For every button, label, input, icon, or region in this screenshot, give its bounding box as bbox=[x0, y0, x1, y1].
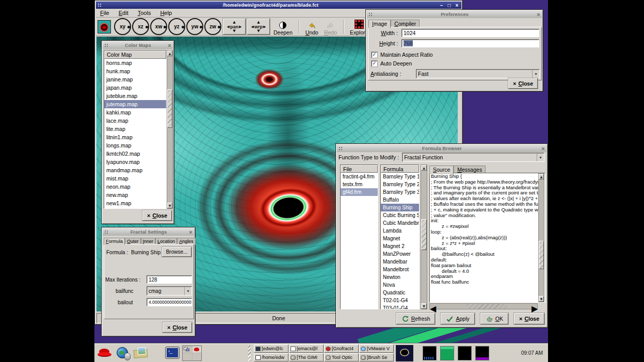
color-map-item[interactable]: lace.map bbox=[104, 117, 166, 125]
refresh-button[interactable]: Refresh bbox=[396, 313, 436, 324]
memory-monitor-applet[interactable] bbox=[440, 346, 454, 360]
scroll-down-icon[interactable]: ▼ bbox=[167, 203, 172, 208]
scrollbar-thumb[interactable] bbox=[539, 241, 544, 269]
fractal-preview-applet[interactable] bbox=[396, 345, 413, 361]
maintain-aspect-checkbox[interactable]: ✓ Maintain Aspect Ratio bbox=[372, 52, 433, 58]
color-map-item[interactable]: horns.map bbox=[104, 59, 166, 67]
color-map-item[interactable]: mist.map bbox=[104, 174, 166, 183]
color-map-item[interactable]: juteblue.map bbox=[104, 92, 166, 100]
browse-button[interactable]: Browse... bbox=[162, 247, 191, 257]
redo-button[interactable]: Redo bbox=[322, 18, 339, 36]
spin-down-icon[interactable]: ▼ bbox=[257, 29, 260, 33]
color-map-item[interactable]: hunk.map bbox=[104, 67, 166, 75]
close-icon[interactable]: × bbox=[187, 229, 194, 235]
formula-list-scrollbar[interactable]: ▲ ▼ bbox=[421, 164, 427, 309]
close-icon[interactable]: × bbox=[454, 3, 460, 8]
formula-item[interactable]: Burning Ship bbox=[381, 204, 419, 211]
tab-image[interactable]: Image bbox=[368, 20, 391, 28]
scroll-up-icon[interactable]: ▲ bbox=[539, 174, 544, 179]
workspace-4[interactable] bbox=[192, 353, 202, 360]
close-button[interactable]: × Close bbox=[514, 313, 544, 324]
color-map-item[interactable]: mandmap.map bbox=[104, 166, 166, 174]
menu-item[interactable]: Tools bbox=[138, 10, 151, 16]
workspace-3[interactable] bbox=[183, 353, 192, 360]
color-map-item[interactable]: jutemap.map bbox=[104, 100, 166, 108]
rotate-axis-button[interactable]: yz bbox=[168, 18, 185, 35]
formula-item[interactable]: Mandelbrot bbox=[381, 266, 419, 273]
scroll-left-icon[interactable]: ◀ bbox=[430, 304, 436, 309]
cpu-monitor-applet[interactable] bbox=[458, 346, 472, 360]
task-button-vmware[interactable]: [VMware V bbox=[359, 344, 394, 353]
scroll-down-icon[interactable]: ▼ bbox=[421, 303, 427, 309]
rotate-axis-button[interactable]: xz bbox=[132, 18, 149, 35]
color-map-column-header[interactable]: Color Map bbox=[104, 51, 166, 59]
close-button[interactable]: × Close bbox=[163, 322, 192, 333]
panel-drag-handle[interactable] bbox=[248, 345, 251, 361]
spin-right-icon[interactable]: ▶ bbox=[263, 24, 266, 29]
color-map-item[interactable]: lite.map bbox=[104, 125, 166, 133]
bailfunc-dropdown[interactable]: cmag ▾ bbox=[147, 286, 192, 295]
pan-spinner[interactable]: ▲ ◀pan▶ ▼ bbox=[223, 19, 246, 35]
formula-browser-titlebar[interactable]: Formula Browser × bbox=[337, 145, 546, 152]
workspace-switcher[interactable] bbox=[182, 345, 202, 361]
file-item[interactable]: fractint-g4.frm bbox=[341, 173, 378, 180]
file-item[interactable]: testx.frm bbox=[341, 180, 378, 188]
task-button-terminal[interactable]: [edwin@lc bbox=[254, 344, 288, 353]
network-monitor-applet[interactable] bbox=[423, 346, 437, 360]
formula-item[interactable]: Barnsley Type 3 bbox=[381, 188, 419, 196]
formula-column-header[interactable]: Formula bbox=[381, 165, 419, 173]
formula-item[interactable]: Quadratic bbox=[381, 289, 419, 297]
color-map-item[interactable]: kahki.map bbox=[104, 108, 166, 117]
close-icon[interactable]: × bbox=[166, 42, 173, 48]
task-button-emacs[interactable]: [emacs@l bbox=[289, 344, 324, 353]
menu-item[interactable]: File bbox=[100, 10, 109, 16]
browser-launcher[interactable] bbox=[115, 345, 131, 361]
task-button-gimp[interactable]: [The GIMI bbox=[289, 353, 324, 361]
color-map-item[interactable]: neon.map bbox=[104, 183, 166, 191]
tab-source[interactable]: Source bbox=[429, 166, 454, 174]
close-icon[interactable]: × bbox=[535, 11, 542, 18]
source-vertical-scrollbar[interactable]: ▲ ▼ bbox=[538, 173, 544, 302]
warp-spinner[interactable]: ▲ ◀wrp▶ ▼ bbox=[247, 19, 270, 35]
deepen-button[interactable]: Deepen bbox=[271, 18, 295, 36]
scrollbar-thumb[interactable] bbox=[167, 89, 172, 128]
scrollbar-thumb[interactable] bbox=[466, 304, 507, 309]
scroll-right-icon[interactable]: ▶ bbox=[532, 304, 537, 309]
workspace-1[interactable] bbox=[183, 346, 192, 353]
formula-item[interactable]: Nova bbox=[381, 281, 419, 289]
source-code-view[interactable]: Burning Ship {; From the web page http:/… bbox=[429, 173, 545, 303]
formula-item[interactable]: Cubic Mandelbrot bbox=[381, 219, 419, 227]
window-menu-grip-icon[interactable] bbox=[368, 12, 373, 17]
formula-item[interactable]: Magnet bbox=[381, 235, 419, 242]
color-map-item[interactable]: new2.map bbox=[104, 207, 166, 209]
bailout-input[interactable]: 4.0000000000000000 bbox=[147, 298, 192, 306]
formula-item[interactable]: Cubic Burning Ship bbox=[381, 211, 419, 219]
main-titlebar[interactable]: /home/edwin/gnofract4d/params/blade.fct … bbox=[96, 2, 461, 9]
task-button-tool-options[interactable]: Tool Optic bbox=[324, 353, 359, 361]
undo-button[interactable]: Undo bbox=[303, 18, 320, 36]
swap-monitor-applet[interactable] bbox=[475, 346, 489, 360]
width-input[interactable]: 1024 bbox=[401, 29, 539, 37]
spin-up-icon[interactable]: ▲ bbox=[233, 21, 235, 24]
window-menu-grip-icon[interactable] bbox=[98, 3, 102, 7]
formula-item[interactable]: Buffalo bbox=[381, 196, 419, 204]
terminal-launcher[interactable] bbox=[165, 345, 180, 361]
formula-item[interactable]: T03-01-G4 bbox=[381, 304, 419, 309]
rotate-axis-button[interactable]: xw bbox=[150, 18, 167, 35]
rotate-axis-button[interactable]: xy bbox=[114, 18, 131, 35]
auto-deepen-checkbox[interactable]: ✓ Auto Deepen bbox=[372, 60, 412, 67]
apply-button[interactable]: Apply bbox=[441, 313, 474, 324]
color-map-item[interactable]: litnin1.map bbox=[104, 133, 166, 141]
rotate-axis-button[interactable]: yw bbox=[186, 18, 203, 35]
ok-button[interactable]: OK bbox=[480, 313, 508, 324]
menu-item[interactable]: Help bbox=[160, 10, 172, 16]
max-iterations-input[interactable]: 128 bbox=[147, 275, 192, 284]
window-menu-grip-icon[interactable] bbox=[104, 230, 108, 234]
window-menu-grip-icon[interactable] bbox=[104, 43, 108, 47]
height-input[interactable]: 768 bbox=[401, 39, 539, 47]
task-button-home[interactable]: /home/edw bbox=[254, 353, 288, 361]
fractal-settings-titlebar[interactable]: Fractal Settings × bbox=[103, 228, 194, 236]
formula-item[interactable]: ManZPower bbox=[381, 250, 419, 258]
function-type-dropdown[interactable]: Fractal Function ▾ bbox=[402, 153, 544, 162]
color-map-item[interactable]: longs.map bbox=[104, 141, 166, 150]
